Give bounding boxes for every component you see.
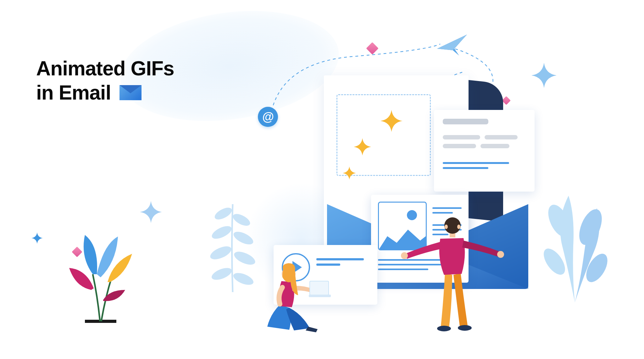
text-line-placeholder [443,119,488,124]
dashed-placeholder-box [336,94,431,176]
svg-point-6 [210,224,233,242]
sparkle-icon [354,138,371,157]
svg-point-5 [231,212,252,228]
potted-plant-decoration [63,227,138,328]
at-sign-badge: @ [258,107,278,127]
envelope-icon [119,85,142,100]
paper-plane-icon [436,33,470,59]
illustration-canvas: Animated GIFs in Email @ [0,0,644,359]
svg-point-21 [445,225,448,229]
svg-point-4 [213,205,234,222]
sparkle-icon [343,166,356,181]
page-title: Animated GIFs in Email [36,57,174,105]
svg-rect-13 [309,295,331,297]
text-line-placeholder [443,135,480,139]
sparkle-icon [380,110,402,133]
svg-rect-24 [88,309,113,321]
plant-decoration [540,183,609,302]
person-woman-kneeling [252,251,333,333]
title-line-2: in Email [36,81,111,105]
svg-point-15 [437,326,451,331]
svg-point-16 [458,325,472,331]
svg-rect-12 [310,281,329,295]
text-line-placeholder [443,144,476,148]
text-line-placeholder [480,144,509,148]
title-line-1: Animated GIFs [36,57,174,81]
svg-point-10 [210,265,233,282]
person-man-standing [396,207,509,333]
sparkle-icon [31,232,43,244]
svg-point-8 [208,244,233,262]
divider-line [443,162,509,164]
text-content-card [434,110,535,192]
svg-point-17 [401,252,408,259]
text-line-placeholder [485,135,518,139]
svg-point-18 [497,251,504,258]
svg-point-22 [457,225,460,229]
svg-point-7 [232,229,255,247]
sparkle-icon [140,201,162,223]
svg-point-1 [575,206,607,248]
divider-line [443,167,488,169]
